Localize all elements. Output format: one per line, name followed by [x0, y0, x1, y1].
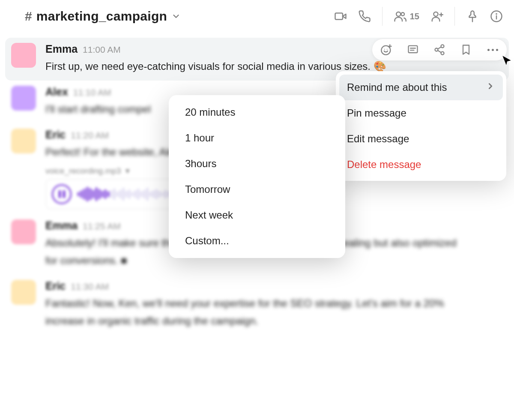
- menu-item-label: 3hours: [185, 158, 329, 170]
- cursor-icon: [501, 55, 512, 66]
- menu-item-remind[interactable]: Remind me about this: [339, 75, 503, 100]
- pause-icon[interactable]: [52, 184, 72, 204]
- submenu-item-20min[interactable]: 20 minutes: [173, 99, 341, 125]
- avatar: [11, 86, 36, 111]
- avatar: [11, 129, 36, 153]
- chevron-down-icon: [171, 12, 181, 21]
- svg-point-11: [381, 46, 390, 55]
- bookmark-icon[interactable]: [460, 43, 472, 56]
- menu-item-pin[interactable]: Pin message: [339, 100, 503, 126]
- svg-point-10: [496, 14, 496, 14]
- menu-item-label: Tomorrow: [185, 183, 329, 195]
- svg-point-12: [384, 49, 385, 50]
- share-icon[interactable]: [433, 43, 446, 56]
- menu-item-label: Pin message: [347, 107, 495, 119]
- svg-point-3: [401, 12, 404, 16]
- menu-item-label: Remind me about this: [347, 81, 486, 93]
- svg-point-4: [434, 12, 438, 16]
- message[interactable]: Eric 11:30 AM Fantastic! Now, Ken, we'll…: [5, 275, 509, 335]
- hash-icon: #: [25, 9, 32, 24]
- members-icon[interactable]: [394, 10, 406, 23]
- menu-item-label: Delete message: [347, 159, 495, 171]
- message-author: Emma: [45, 43, 78, 55]
- submenu-item-custom[interactable]: Custom...: [173, 228, 341, 254]
- menu-item-edit[interactable]: Edit message: [339, 126, 503, 152]
- message-hover-toolbar: [372, 39, 507, 61]
- message-timestamp: 11:10 AM: [73, 87, 111, 98]
- submenu-item-3hours[interactable]: 3hours: [173, 151, 341, 177]
- message-timestamp: 11:30 AM: [71, 282, 109, 292]
- menu-item-label: 20 minutes: [185, 106, 329, 118]
- channel-selector[interactable]: # marketing_campaign: [25, 9, 181, 24]
- message-text: Fantastic! Now, Ken, we'll need your exp…: [45, 295, 457, 330]
- menu-item-label: Custom...: [185, 235, 329, 247]
- menu-item-label: 1 hour: [185, 132, 329, 144]
- more-options-icon[interactable]: [486, 43, 499, 56]
- svg-point-13: [387, 49, 388, 50]
- member-count: 15: [410, 12, 419, 21]
- message-author: Eric: [45, 280, 66, 292]
- add-reaction-icon[interactable]: [380, 43, 393, 56]
- phone-call-icon[interactable]: [358, 10, 371, 23]
- avatar: [11, 219, 36, 244]
- channel-header: # marketing_campaign 15: [5, 0, 509, 33]
- info-icon[interactable]: [490, 10, 503, 23]
- message-context-menu: Remind me about this Pin message Edit me…: [336, 71, 506, 181]
- header-actions: 15: [334, 7, 503, 26]
- svg-line-22: [438, 47, 441, 49]
- message-timestamp: 11:25 AM: [83, 221, 121, 231]
- message-timestamp: 11:20 AM: [71, 130, 109, 141]
- svg-rect-16: [409, 46, 418, 53]
- channel-name: marketing_campaign: [36, 9, 167, 24]
- submenu-item-1hour[interactable]: 1 hour: [173, 125, 341, 151]
- reply-thread-icon[interactable]: [406, 43, 419, 56]
- submenu-item-tomorrow[interactable]: Tomorrow: [173, 177, 341, 202]
- message-author: Emma: [45, 219, 78, 232]
- message-author: Alex: [45, 86, 68, 98]
- message-timestamp: 11:00 AM: [83, 45, 121, 55]
- svg-line-23: [438, 51, 441, 53]
- avatar: [11, 280, 36, 305]
- add-member-icon[interactable]: [430, 10, 443, 23]
- pin-icon[interactable]: [466, 10, 479, 23]
- submenu-item-nextweek[interactable]: Next week: [173, 202, 341, 228]
- reminder-submenu: 20 minutes 1 hour 3hours Tomorrow Next w…: [169, 95, 345, 258]
- avatar: [11, 43, 36, 68]
- svg-rect-0: [335, 13, 343, 20]
- menu-item-label: Next week: [185, 209, 329, 221]
- chevron-right-icon: [486, 81, 495, 93]
- message-author: Eric: [45, 129, 66, 141]
- menu-item-delete[interactable]: Delete message: [339, 152, 503, 177]
- menu-item-label: Edit message: [347, 133, 495, 145]
- svg-point-2: [396, 12, 400, 16]
- video-call-icon[interactable]: [334, 10, 347, 23]
